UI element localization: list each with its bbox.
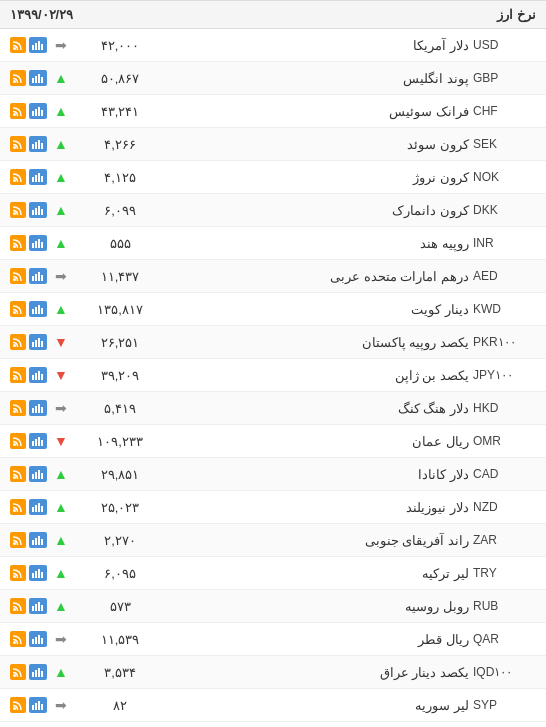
action-icons[interactable] (10, 202, 47, 218)
chart-icon[interactable] (29, 268, 47, 284)
chart-icon[interactable] (29, 433, 47, 449)
trend-indicator: ▲ (47, 565, 75, 581)
header-date: ۱۳۹۹/۰۲/۲۹ (10, 7, 73, 22)
trend-up-icon: ▲ (54, 532, 68, 548)
action-icons[interactable] (10, 70, 47, 86)
chart-icon[interactable] (29, 103, 47, 119)
svg-rect-11 (35, 109, 37, 116)
action-icons[interactable] (10, 169, 47, 185)
svg-rect-20 (32, 177, 34, 182)
rss-icon[interactable] (10, 499, 26, 515)
svg-rect-53 (41, 374, 43, 380)
action-icons[interactable] (10, 268, 47, 284)
rss-icon[interactable] (10, 466, 26, 482)
rss-icon[interactable] (10, 37, 26, 53)
chart-icon[interactable] (29, 136, 47, 152)
action-icons[interactable] (10, 598, 47, 614)
svg-rect-12 (38, 107, 40, 116)
currency-name: دینار کویت (165, 302, 473, 317)
chart-icon[interactable] (29, 400, 47, 416)
action-icons[interactable] (10, 37, 47, 53)
chart-icon[interactable] (29, 70, 47, 86)
chart-icon[interactable] (29, 664, 47, 680)
rss-icon[interactable] (10, 235, 26, 251)
rss-icon[interactable] (10, 598, 26, 614)
currency-code: PKR۱۰۰ (473, 335, 538, 349)
table-row: GBP پوند انگلیس ۵۰,۸۶۷ ▲ (0, 62, 546, 95)
chart-icon[interactable] (29, 367, 47, 383)
currency-code: INR (473, 236, 538, 250)
currency-code: IQD۱۰۰ (473, 665, 538, 679)
svg-rect-46 (35, 340, 37, 347)
svg-rect-2 (38, 41, 40, 50)
rss-icon[interactable] (10, 268, 26, 284)
action-icons[interactable] (10, 532, 47, 548)
rss-icon[interactable] (10, 433, 26, 449)
chart-icon[interactable] (29, 235, 47, 251)
table-row: JPY۱۰۰ یکصد بن ژاپن ۳۹,۲۰۹ ▼ (0, 359, 546, 392)
trend-indicator: ➡ (47, 268, 75, 284)
rss-icon[interactable] (10, 103, 26, 119)
chart-icon[interactable] (29, 499, 47, 515)
chart-icon[interactable] (29, 466, 47, 482)
chart-icon[interactable] (29, 169, 47, 185)
currency-value: ۵۵۵ (75, 236, 165, 251)
table-row: NOK کرون نروژ ۴,۱۲۵ ▲ (0, 161, 546, 194)
action-icons[interactable] (10, 433, 47, 449)
trend-up-icon: ▲ (54, 598, 68, 614)
rss-icon[interactable] (10, 301, 26, 317)
trend-up-icon: ▲ (54, 169, 68, 185)
rss-icon[interactable] (10, 400, 26, 416)
currency-code: QAR (473, 632, 538, 646)
rss-icon[interactable] (10, 631, 26, 647)
rss-icon[interactable] (10, 202, 26, 218)
action-icons[interactable] (10, 697, 47, 713)
rss-icon[interactable] (10, 334, 26, 350)
svg-rect-38 (41, 275, 43, 281)
rss-icon[interactable] (10, 367, 26, 383)
trend-indicator: ▲ (47, 664, 75, 680)
svg-rect-45 (32, 342, 34, 347)
trend-neutral-icon: ➡ (55, 631, 67, 647)
action-icons[interactable] (10, 565, 47, 581)
chart-icon[interactable] (29, 565, 47, 581)
action-icons[interactable] (10, 136, 47, 152)
action-icons[interactable] (10, 400, 47, 416)
trend-indicator: ▲ (47, 235, 75, 251)
rss-icon[interactable] (10, 169, 26, 185)
svg-rect-103 (41, 704, 43, 710)
rss-icon[interactable] (10, 532, 26, 548)
chart-icon[interactable] (29, 37, 47, 53)
svg-rect-17 (38, 140, 40, 149)
action-icons[interactable] (10, 103, 47, 119)
svg-rect-80 (32, 573, 34, 578)
action-icons[interactable] (10, 466, 47, 482)
table-row: ZAR راند آفریقای جنوبی ۲,۲۷۰ ▲ (0, 524, 546, 557)
chart-icon[interactable] (29, 301, 47, 317)
chart-icon[interactable] (29, 598, 47, 614)
rss-icon[interactable] (10, 70, 26, 86)
chart-icon[interactable] (29, 202, 47, 218)
action-icons[interactable] (10, 631, 47, 647)
action-icons[interactable] (10, 367, 47, 383)
currency-value: ۲۶,۲۵۱ (75, 335, 165, 350)
action-icons[interactable] (10, 664, 47, 680)
chart-icon[interactable] (29, 697, 47, 713)
chart-icon[interactable] (29, 334, 47, 350)
rss-icon[interactable] (10, 136, 26, 152)
rss-icon[interactable] (10, 664, 26, 680)
chart-icon[interactable] (29, 532, 47, 548)
action-icons[interactable] (10, 334, 47, 350)
currency-value: ۳,۵۳۴ (75, 665, 165, 680)
rss-icon[interactable] (10, 565, 26, 581)
trend-up-icon: ▲ (54, 499, 68, 515)
chart-icon[interactable] (29, 631, 47, 647)
action-icons[interactable] (10, 301, 47, 317)
svg-rect-15 (32, 144, 34, 149)
svg-point-49 (13, 344, 16, 347)
action-icons[interactable] (10, 235, 47, 251)
rss-icon[interactable] (10, 697, 26, 713)
table-row: TRY لیر ترکیه ۶,۰۹۵ ▲ (0, 557, 546, 590)
svg-rect-35 (32, 276, 34, 281)
action-icons[interactable] (10, 499, 47, 515)
